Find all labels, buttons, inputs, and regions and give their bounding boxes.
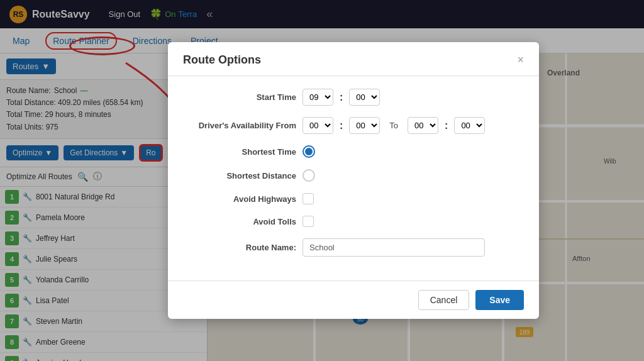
radio-inner-filled bbox=[305, 148, 313, 155]
availability-to-label: To bbox=[389, 121, 398, 130]
shortest-distance-label: Shortest Distance bbox=[183, 171, 296, 181]
avoid-highways-checkbox[interactable] bbox=[303, 193, 314, 204]
start-time-label: Start Time bbox=[183, 92, 296, 102]
avoid-highways-label: Avoid Highways bbox=[183, 194, 296, 204]
route-name-input[interactable] bbox=[303, 238, 485, 257]
route-name-form-label: Route Name: bbox=[183, 243, 296, 252]
availability-from-minute-select[interactable]: 00153045 bbox=[349, 117, 380, 134]
route-options-modal: Route Options × Start Time 09 00010203 0… bbox=[168, 42, 539, 319]
modal-overlay: Route Options × Start Time 09 00010203 0… bbox=[0, 0, 644, 361]
start-time-colon: : bbox=[340, 92, 343, 103]
availability-to-minute-select[interactable]: 00153045 bbox=[454, 117, 485, 134]
availability-from-colon: : bbox=[340, 120, 343, 131]
availability-to-hour-select[interactable]: 000102 bbox=[408, 117, 438, 134]
modal-title: Route Options bbox=[183, 53, 261, 67]
availability-from-hour-select[interactable]: 000102 bbox=[303, 117, 333, 134]
save-button[interactable]: Save bbox=[475, 290, 524, 310]
modal-footer: Cancel Save bbox=[168, 280, 539, 319]
avoid-tolls-row: Avoid Tolls bbox=[183, 216, 524, 227]
avoid-tolls-label: Avoid Tolls bbox=[183, 217, 296, 226]
modal-body: Start Time 09 00010203 04050607 08101112… bbox=[168, 76, 539, 280]
avoid-highways-row: Avoid Highways bbox=[183, 193, 524, 204]
shortest-time-radio[interactable] bbox=[303, 145, 315, 158]
start-time-row: Start Time 09 00010203 04050607 08101112… bbox=[183, 89, 524, 106]
driver-availability-row: Driver's Availability From 000102 : 0015… bbox=[183, 117, 524, 134]
driver-availability-label: Driver's Availability From bbox=[183, 121, 296, 130]
shortest-time-label: Shortest Time bbox=[183, 147, 296, 157]
start-time-minute-select[interactable]: 00153045 bbox=[349, 89, 380, 106]
cancel-button[interactable]: Cancel bbox=[418, 290, 470, 310]
shortest-time-row: Shortest Time bbox=[183, 145, 524, 158]
shortest-distance-row: Shortest Distance bbox=[183, 169, 524, 182]
modal-close-button[interactable]: × bbox=[517, 53, 524, 67]
availability-to-colon: : bbox=[445, 120, 448, 131]
avoid-tolls-checkbox[interactable] bbox=[303, 216, 314, 227]
shortest-distance-radio[interactable] bbox=[303, 169, 315, 182]
route-name-row: Route Name: bbox=[183, 238, 524, 257]
start-time-hour-select[interactable]: 09 00010203 04050607 08101112 bbox=[303, 89, 333, 106]
modal-header: Route Options × bbox=[168, 42, 539, 76]
